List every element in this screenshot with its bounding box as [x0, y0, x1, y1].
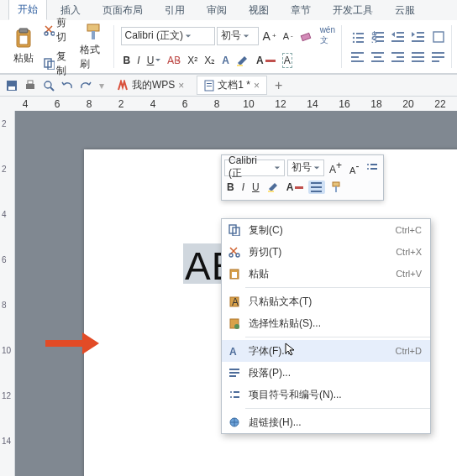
paste-button[interactable]: 粘贴	[8, 26, 38, 67]
superscript-button[interactable]: X²	[185, 53, 200, 68]
subscript-button[interactable]: X₂	[202, 53, 218, 68]
char-border-button[interactable]: A	[280, 51, 295, 70]
ruler-tick: 4	[144, 98, 161, 110]
svg-rect-57	[370, 168, 377, 170]
tab-dev[interactable]: 开发工具	[324, 0, 381, 20]
mini-format-painter[interactable]	[328, 180, 344, 195]
bullets-button[interactable]	[349, 28, 367, 46]
new-tab-button[interactable]: +	[272, 76, 285, 95]
svg-point-54	[367, 164, 369, 165]
settings-button[interactable]	[429, 28, 448, 46]
svg-point-81	[230, 396, 232, 398]
indent-button[interactable]	[409, 28, 428, 46]
align-distribute-button[interactable]	[429, 48, 448, 66]
italic-button[interactable]: I	[134, 53, 142, 68]
ctx-copy[interactable]: 复制(C)Ctrl+C	[222, 219, 430, 241]
qat-undo-button[interactable]	[59, 78, 76, 93]
svg-rect-2	[19, 35, 28, 44]
font-color-button[interactable]: A	[254, 53, 278, 68]
tab-layout[interactable]: 页面布局	[94, 0, 151, 20]
char-style-a-button[interactable]: A	[219, 53, 232, 68]
mini-highlight[interactable]	[265, 180, 281, 195]
paragraph-icon	[228, 367, 240, 379]
svg-rect-17	[356, 41, 364, 43]
mini-font-color[interactable]: A	[284, 180, 307, 195]
clear-format-button[interactable]	[297, 28, 316, 44]
font-name-combo[interactable]: Calibri (正文)	[121, 27, 215, 45]
format-painter-button[interactable]: 格式刷	[77, 21, 110, 73]
qat-redo-button[interactable]	[77, 78, 94, 93]
phonetic-button[interactable]: wén文	[318, 24, 338, 48]
qat-preview-button[interactable]	[40, 78, 57, 93]
bold-button[interactable]: B	[121, 53, 134, 68]
close-icon[interactable]: ×	[254, 80, 260, 92]
cut-button[interactable]: 剪切	[41, 14, 76, 46]
mini-italic[interactable]: I	[239, 180, 247, 195]
mini-grow-font[interactable]: A+	[327, 158, 344, 177]
ctx-paste-text[interactable]: A只粘贴文本(T)	[222, 290, 430, 312]
svg-rect-41	[412, 56, 424, 58]
svg-rect-59	[295, 186, 303, 189]
paste-text-icon: A	[228, 296, 240, 307]
outdent-icon	[391, 31, 405, 43]
svg-rect-42	[412, 60, 424, 62]
tab-chapter[interactable]: 章节	[282, 0, 319, 20]
highlight-button[interactable]	[234, 53, 252, 68]
align-left-button[interactable]	[349, 48, 367, 66]
ruler-tick: 4	[17, 98, 34, 110]
ctx-paste-special[interactable]: 选择性粘贴(S)...	[222, 312, 430, 334]
ctx-cut[interactable]: 剪切(T)Ctrl+X	[222, 241, 430, 263]
svg-rect-34	[371, 52, 384, 54]
align-center-button[interactable]	[369, 48, 387, 66]
svg-rect-38	[397, 56, 404, 58]
mini-font-combo[interactable]: Calibri (正	[224, 160, 285, 176]
strike-button[interactable]: A̵B̵	[165, 53, 183, 68]
outdent-button[interactable]	[389, 28, 407, 46]
align-right-button[interactable]	[389, 48, 407, 66]
tab-cloud[interactable]: 云服	[386, 0, 423, 20]
svg-rect-10	[237, 65, 243, 66]
mini-bold[interactable]: B	[224, 180, 237, 195]
ctx-font[interactable]: A字体(F)...Ctrl+D	[222, 340, 430, 362]
ctx-paragraph[interactable]: 段落(P)...	[222, 362, 430, 384]
mini-size-combo[interactable]: 初号	[287, 160, 324, 176]
brush-icon	[330, 181, 342, 193]
mini-shrink-font[interactable]: A-	[347, 159, 361, 177]
ctx-bullets[interactable]: 项目符号和编号(N)...	[222, 384, 430, 405]
close-icon[interactable]: ×	[178, 80, 184, 92]
eraser-icon	[300, 29, 313, 43]
brush-icon	[84, 23, 102, 41]
numbering-button[interactable]: 123	[369, 28, 387, 46]
mini-align[interactable]	[308, 180, 325, 194]
font-size-combo[interactable]: 初号	[217, 27, 259, 45]
copy-button[interactable]: 复制	[41, 48, 76, 80]
underline-button[interactable]: U	[144, 53, 164, 68]
ruler-tick: 10	[240, 98, 257, 110]
ctx-paste[interactable]: 粘贴Ctrl+V	[222, 263, 430, 285]
align-justify-button[interactable]	[409, 48, 428, 66]
vertical-ruler[interactable]: 22468101214	[0, 111, 15, 476]
align-right-icon	[391, 51, 405, 63]
qat-print-button[interactable]	[22, 78, 39, 93]
svg-rect-15	[356, 37, 364, 39]
svg-rect-62	[311, 191, 322, 192]
qat-save-button[interactable]	[3, 78, 20, 93]
horizontal-ruler[interactable]: 468246810121416182022	[0, 97, 457, 112]
paste-special-icon	[228, 317, 240, 329]
document-area[interactable]: ABC Calibri (正 初号 A+ A- B I U A 复制(C)Ctr…	[15, 111, 457, 476]
mini-toolbar: Calibri (正 初号 A+ A- B I U A	[221, 154, 384, 201]
ctx-hyperlink[interactable]: 超链接(H)...	[222, 411, 430, 433]
ruler-tick: 22	[432, 98, 449, 110]
tab-ref[interactable]: 引用	[156, 0, 193, 20]
context-menu: 复制(C)Ctrl+C 剪切(T)Ctrl+X 粘贴Ctrl+V A只粘贴文本(…	[221, 218, 431, 434]
shrink-font-button[interactable]: A-	[281, 29, 296, 43]
tab-review[interactable]: 审阅	[198, 0, 235, 20]
grow-font-button[interactable]: A+	[260, 28, 279, 44]
bullets-icon	[351, 31, 365, 43]
tab-view[interactable]: 视图	[240, 0, 277, 20]
svg-rect-44	[432, 56, 444, 58]
doc-tab-mywps[interactable]: 我的WPS×	[109, 76, 192, 95]
mini-underline[interactable]: U	[250, 180, 262, 195]
doc-tab-doc1[interactable]: 文档1 *×	[197, 76, 267, 95]
mini-bullets[interactable]	[364, 161, 381, 175]
